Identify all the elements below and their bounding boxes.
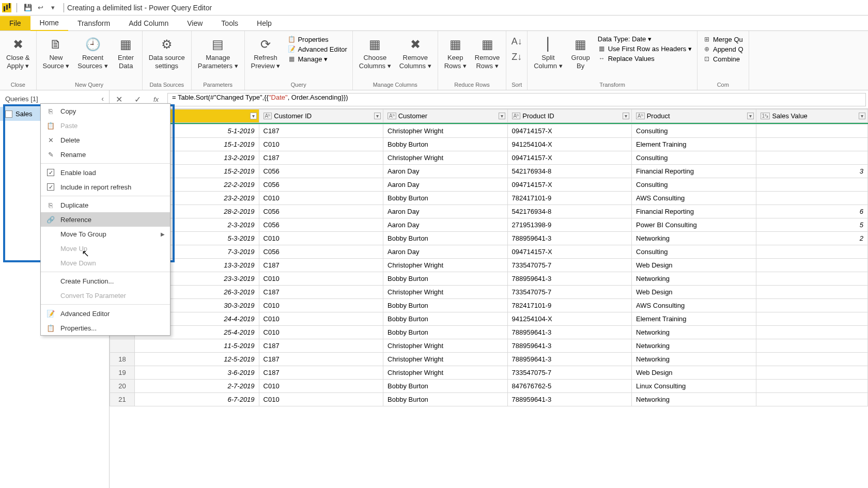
cell-product-id[interactable]: 941254104-X bbox=[507, 312, 631, 326]
cell-product-id[interactable]: 788959641-3 bbox=[507, 393, 631, 406]
cell-customer-id[interactable]: C056 bbox=[259, 165, 383, 178]
cell-date[interactable]: 6-7-2019 bbox=[135, 393, 259, 406]
cell-product-id[interactable]: 733547075-7 bbox=[507, 366, 631, 380]
cell-product[interactable]: Networking bbox=[632, 393, 756, 406]
cell-product-id[interactable]: 847676762-5 bbox=[507, 380, 631, 393]
cell-product-id[interactable]: 542176934-8 bbox=[507, 165, 631, 178]
ctx-move-to-group[interactable]: Move To Group▶ bbox=[41, 227, 170, 241]
col-product-id[interactable]: AᵇProduct ID▾ bbox=[507, 109, 631, 123]
manage-parameters-button[interactable]: ▤Manage Parameters ▾ bbox=[195, 34, 241, 72]
col-customer-id[interactable]: AᵇCustomer ID▾ bbox=[259, 109, 383, 123]
table-row[interactable]: 26-3-2019 C187 Christopher Wright 733547… bbox=[110, 286, 868, 299]
cell-sales-value[interactable] bbox=[756, 326, 867, 339]
cell-product[interactable]: Consulting bbox=[632, 178, 756, 192]
cell-customer-id[interactable]: C056 bbox=[259, 178, 383, 192]
cell-sales-value[interactable] bbox=[756, 192, 867, 205]
ctx-reference[interactable]: 🔗Reference bbox=[41, 212, 170, 227]
table-row[interactable]: 19 3-6-2019 C187 Christopher Wright 7335… bbox=[110, 366, 868, 380]
cell-product[interactable]: Power BI Consulting bbox=[632, 218, 756, 232]
cell-product-id[interactable]: 094714157-X bbox=[507, 178, 631, 192]
table-row[interactable]: 15-2-2019 C056 Aaron Day 542176934-8 Fin… bbox=[110, 165, 868, 178]
replace-values-button[interactable]: ↔Replace Values bbox=[598, 54, 692, 62]
filter-dropdown-icon[interactable]: ▾ bbox=[623, 113, 629, 119]
cell-sales-value[interactable] bbox=[756, 353, 867, 366]
filter-dropdown-icon[interactable]: ▾ bbox=[859, 113, 865, 119]
menu-home[interactable]: Home bbox=[30, 15, 68, 31]
cell-product[interactable]: Consulting bbox=[632, 151, 756, 165]
cell-product[interactable]: Networking bbox=[632, 232, 756, 245]
row-number[interactable]: 20 bbox=[110, 380, 135, 393]
cell-customer[interactable]: Bobby Burton bbox=[383, 312, 507, 326]
cell-product[interactable]: Element Training bbox=[632, 138, 756, 151]
cell-customer-id[interactable]: C187 bbox=[259, 124, 383, 138]
menu-transform[interactable]: Transform bbox=[68, 16, 119, 30]
cell-customer-id[interactable]: C010 bbox=[259, 232, 383, 245]
cell-customer-id[interactable]: C187 bbox=[259, 353, 383, 366]
cell-customer-id[interactable]: C010 bbox=[259, 393, 383, 406]
cell-customer[interactable]: Aaron Day bbox=[383, 205, 507, 218]
cell-product-id[interactable]: 733547075-7 bbox=[507, 259, 631, 272]
cell-customer[interactable]: Aaron Day bbox=[383, 245, 507, 259]
row-number[interactable]: 19 bbox=[110, 366, 135, 380]
data-grid[interactable]: ▦ 📅Date▾ AᵇCustomer ID▾ AᵇCustomer▾ AᵇPr… bbox=[110, 109, 868, 488]
cell-product[interactable]: AWS Consulting bbox=[632, 192, 756, 205]
menu-add-column[interactable]: Add Column bbox=[119, 16, 178, 30]
cell-sales-value[interactable] bbox=[756, 286, 867, 299]
table-row[interactable]: 11-5-2019 C187 Christopher Wright 788959… bbox=[110, 339, 868, 353]
table-row[interactable]: 7-3-2019 C056 Aaron Day 094714157-X Cons… bbox=[110, 245, 868, 259]
split-column-button[interactable]: ⎮Split Column ▾ bbox=[531, 34, 565, 72]
ctx-delete[interactable]: ✕Delete bbox=[41, 133, 170, 147]
cell-sales-value[interactable]: 5 bbox=[756, 218, 867, 232]
manage-button[interactable]: ▦Manage ▾ bbox=[287, 55, 347, 63]
row-number[interactable] bbox=[110, 339, 135, 353]
cell-product[interactable]: AWS Consulting bbox=[632, 299, 756, 312]
table-row[interactable]: 18 12-5-2019 C187 Christopher Wright 788… bbox=[110, 353, 868, 366]
cell-customer[interactable]: Aaron Day bbox=[383, 165, 507, 178]
cell-customer-id[interactable]: C056 bbox=[259, 218, 383, 232]
choose-columns-button[interactable]: ▦Choose Columns ▾ bbox=[356, 34, 394, 72]
remove-columns-button[interactable]: ✖Remove Columns ▾ bbox=[396, 34, 435, 72]
cell-customer-id[interactable]: C056 bbox=[259, 205, 383, 218]
ctx-enable-load[interactable]: ✓Enable load bbox=[41, 165, 170, 180]
cell-customer[interactable]: Bobby Burton bbox=[383, 299, 507, 312]
cell-customer-id[interactable]: C010 bbox=[259, 380, 383, 393]
cell-date[interactable]: 2-7-2019 bbox=[135, 380, 259, 393]
menu-file[interactable]: File bbox=[0, 16, 30, 30]
menu-view[interactable]: View bbox=[178, 16, 212, 30]
row-number[interactable]: 21 bbox=[110, 393, 135, 406]
table-row[interactable]: 5-3-2019 C010 Bobby Burton 788959641-3 N… bbox=[110, 232, 868, 245]
table-row[interactable]: 13-3-2019 C187 Christopher Wright 733547… bbox=[110, 259, 868, 272]
cell-product-id[interactable]: 094714157-X bbox=[507, 245, 631, 259]
cell-sales-value[interactable] bbox=[756, 178, 867, 192]
cell-product-id[interactable]: 782417101-9 bbox=[507, 299, 631, 312]
save-icon[interactable]: 💾 bbox=[23, 3, 33, 12]
cell-product[interactable]: Consulting bbox=[632, 245, 756, 259]
table-row[interactable]: 23-3-2019 C010 Bobby Burton 788959641-3 … bbox=[110, 272, 868, 286]
cell-product-id[interactable]: 788959641-3 bbox=[507, 339, 631, 353]
cell-customer-id[interactable]: C010 bbox=[259, 138, 383, 151]
ctx-include-refresh[interactable]: ✓Include in report refresh bbox=[41, 180, 170, 194]
cell-product[interactable]: Financial Reporting bbox=[632, 165, 756, 178]
filter-dropdown-icon[interactable]: ▾ bbox=[374, 113, 381, 119]
remove-rows-button[interactable]: ▦Remove Rows ▾ bbox=[472, 34, 503, 72]
col-sales-value[interactable]: 1²₃Sales Value▾ bbox=[756, 109, 867, 123]
menu-help[interactable]: Help bbox=[247, 16, 281, 30]
cell-customer[interactable]: Bobby Burton bbox=[383, 138, 507, 151]
cell-sales-value[interactable] bbox=[756, 124, 867, 138]
col-customer[interactable]: AᵇCustomer▾ bbox=[383, 109, 507, 123]
cell-product-id[interactable]: 788959641-3 bbox=[507, 326, 631, 339]
cell-customer-id[interactable]: C187 bbox=[259, 151, 383, 165]
table-row[interactable]: 2-3-2019 C056 Aaron Day 271951398-9 Powe… bbox=[110, 218, 868, 232]
row-number[interactable]: 18 bbox=[110, 353, 135, 366]
table-row[interactable]: 25-4-2019 C010 Bobby Burton 788959641-3 … bbox=[110, 326, 868, 339]
ctx-copy[interactable]: ⎘Copy bbox=[41, 104, 170, 118]
filter-dropdown-icon[interactable]: ▾ bbox=[499, 113, 505, 119]
sort-asc-button[interactable]: A↓ bbox=[509, 34, 524, 49]
cell-customer[interactable]: Christopher Wright bbox=[383, 259, 507, 272]
cell-product[interactable]: Web Design bbox=[632, 286, 756, 299]
filter-dropdown-icon[interactable]: ▾ bbox=[747, 113, 754, 119]
cell-sales-value[interactable] bbox=[756, 339, 867, 353]
cell-customer[interactable]: Bobby Burton bbox=[383, 380, 507, 393]
advanced-editor-button[interactable]: 📝Advanced Editor bbox=[287, 45, 347, 53]
cell-sales-value[interactable] bbox=[756, 272, 867, 286]
